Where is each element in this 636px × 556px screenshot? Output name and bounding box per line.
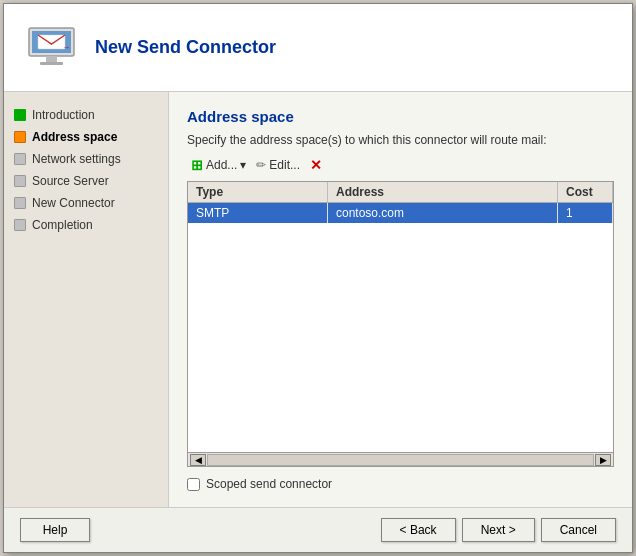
footer-right: < Back Next > Cancel [381, 518, 616, 542]
sidebar-item-new-connector[interactable]: New Connector [4, 192, 168, 214]
svg-text:→: → [62, 43, 70, 52]
svg-rect-4 [40, 62, 63, 65]
dialog-header: → New Send Connector [4, 4, 632, 92]
sidebar-label-introduction: Introduction [32, 108, 95, 122]
scoped-connector-label: Scoped send connector [206, 477, 332, 491]
cancel-button[interactable]: Cancel [541, 518, 616, 542]
delete-button[interactable]: ✕ [306, 155, 326, 175]
table-body: SMTP contoso.com 1 [188, 203, 613, 452]
sidebar-dot-address-space [14, 131, 26, 143]
sidebar-dot-introduction [14, 109, 26, 121]
sidebar-item-completion[interactable]: Completion [4, 214, 168, 236]
add-dropdown-icon: ▾ [240, 158, 246, 172]
col-header-type: Type [188, 182, 328, 202]
cell-address: contoso.com [328, 203, 558, 223]
horizontal-scrollbar[interactable]: ◀ ▶ [188, 452, 613, 466]
back-button[interactable]: < Back [381, 518, 456, 542]
dialog: → New Send Connector Introduction Addres… [3, 3, 633, 553]
sidebar: Introduction Address space Network setti… [4, 92, 169, 507]
svg-rect-3 [46, 56, 57, 62]
table-row[interactable]: SMTP contoso.com 1 [188, 203, 613, 223]
scoped-connector-row: Scoped send connector [187, 477, 614, 491]
cell-cost: 1 [558, 203, 613, 223]
sidebar-label-new-connector: New Connector [32, 196, 115, 210]
sidebar-dot-network-settings [14, 153, 26, 165]
edit-icon: ✏ [256, 158, 266, 172]
edit-label: Edit... [269, 158, 300, 172]
sidebar-dot-completion [14, 219, 26, 231]
delete-icon: ✕ [310, 157, 322, 173]
footer-left: Help [20, 518, 90, 542]
sidebar-label-source-server: Source Server [32, 174, 109, 188]
toolbar: ⊞ Add... ▾ ✏ Edit... ✕ [187, 155, 614, 175]
edit-button[interactable]: ✏ Edit... [252, 156, 304, 174]
scroll-right-arrow[interactable]: ▶ [595, 454, 611, 466]
col-header-address: Address [328, 182, 558, 202]
scoped-connector-checkbox[interactable] [187, 478, 200, 491]
header-icon: → [24, 20, 79, 75]
address-space-table: Type Address Cost SMTP contoso.com 1 ◀ ▶ [187, 181, 614, 467]
help-button[interactable]: Help [20, 518, 90, 542]
add-label: Add... [206, 158, 237, 172]
dialog-title: New Send Connector [95, 37, 276, 58]
scroll-track[interactable] [207, 454, 594, 466]
add-button[interactable]: ⊞ Add... ▾ [187, 155, 250, 175]
dialog-footer: Help < Back Next > Cancel [4, 507, 632, 552]
sidebar-label-network-settings: Network settings [32, 152, 121, 166]
add-icon: ⊞ [191, 157, 203, 173]
sidebar-label-completion: Completion [32, 218, 93, 232]
sidebar-item-introduction[interactable]: Introduction [4, 104, 168, 126]
dialog-body: Introduction Address space Network setti… [4, 92, 632, 507]
col-header-cost: Cost [558, 182, 613, 202]
section-title: Address space [187, 108, 614, 125]
sidebar-item-network-settings[interactable]: Network settings [4, 148, 168, 170]
sidebar-item-source-server[interactable]: Source Server [4, 170, 168, 192]
sidebar-dot-source-server [14, 175, 26, 187]
main-content: Address space Specify the address space(… [169, 92, 632, 507]
cell-type: SMTP [188, 203, 328, 223]
next-button[interactable]: Next > [462, 518, 535, 542]
sidebar-item-address-space[interactable]: Address space [4, 126, 168, 148]
table-header: Type Address Cost [188, 182, 613, 203]
sidebar-dot-new-connector [14, 197, 26, 209]
scroll-left-arrow[interactable]: ◀ [190, 454, 206, 466]
section-desc: Specify the address space(s) to which th… [187, 133, 614, 147]
sidebar-label-address-space: Address space [32, 130, 117, 144]
